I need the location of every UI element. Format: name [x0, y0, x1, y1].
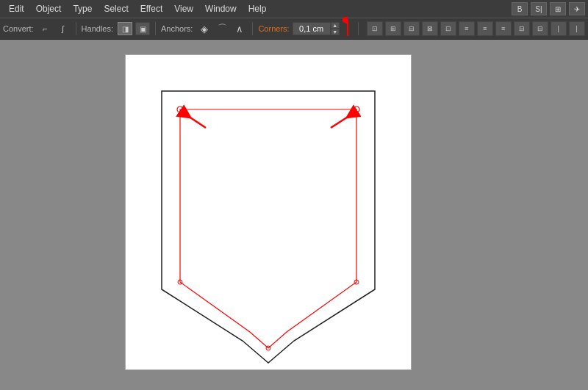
align-icon-8[interactable]: ≡	[495, 21, 512, 36]
handles-hide-btn[interactable]: ▣	[135, 22, 150, 35]
menu-object[interactable]: Object	[30, 2, 68, 15]
annotation-up-arrow	[343, 17, 353, 37]
menu-bar: Edit Object Type Select Effect View Wind…	[0, 0, 588, 18]
divider-4	[358, 22, 359, 35]
align-icon-10[interactable]: ⊟	[532, 21, 548, 36]
anchors-label: Anchors:	[161, 24, 193, 33]
handles-label: Handles:	[82, 24, 113, 33]
bridge-btn[interactable]: B	[512, 2, 528, 15]
divider-2	[155, 22, 156, 35]
svg-line-6	[186, 115, 206, 128]
menu-window[interactable]: Window	[199, 2, 243, 15]
align-icon-11[interactable]: |	[551, 21, 567, 36]
anchors-connect-icon[interactable]: ⌒	[215, 21, 229, 36]
menu-type[interactable]: Type	[67, 2, 98, 15]
align-icon-12[interactable]: |	[569, 21, 585, 36]
align-icons: ⊡ ⊞ ⊟ ⊠ ⊡ ≡ ≡ ≡ ⊟ ⊟ | |	[367, 21, 585, 36]
tool-options-bar: Convert: ⌐ ∫ Handles: ◨ ▣ Anchors: ◈ ⌒ ∧…	[0, 18, 588, 40]
divider-1	[76, 22, 76, 35]
align-icon-4[interactable]: ⊠	[422, 21, 438, 36]
anchors-icon[interactable]: ◈	[197, 21, 212, 36]
corners-input[interactable]	[293, 22, 331, 35]
menu-bar-right: B S| ⊞ ✈	[512, 2, 585, 15]
corners-spinner: ▲ ▼	[331, 22, 340, 35]
menu-select[interactable]: Select	[98, 2, 134, 15]
align-icon-6[interactable]: ≡	[459, 21, 475, 36]
divider-3	[252, 22, 253, 35]
workspace-btn[interactable]: ⊞	[550, 2, 566, 15]
align-icon-5[interactable]: ⊡	[440, 21, 456, 36]
align-icon-3[interactable]: ⊟	[404, 21, 420, 36]
align-icon-9[interactable]: ⊟	[514, 21, 530, 36]
menu-help[interactable]: Help	[243, 2, 273, 15]
convert-label: Convert:	[3, 24, 34, 33]
anchors-remove-icon[interactable]: ∧	[232, 21, 247, 36]
menu-view[interactable]: View	[168, 2, 199, 15]
handles-show-btn[interactable]: ◨	[118, 22, 132, 35]
align-icon-1[interactable]: ⊡	[367, 21, 383, 36]
share-btn[interactable]: ✈	[569, 2, 585, 15]
convert-anchor-icon[interactable]: ⌐	[38, 21, 53, 36]
align-icon-7[interactable]: ≡	[477, 21, 493, 36]
stock-btn[interactable]: S|	[531, 2, 547, 15]
canvas-area	[0, 40, 588, 390]
corners-decrement[interactable]: ▼	[331, 29, 340, 35]
convert-smooth-icon[interactable]: ∫	[56, 21, 71, 36]
align-icon-2[interactable]: ⊞	[385, 21, 401, 36]
menu-edit[interactable]: Edit	[3, 2, 30, 15]
svg-line-7	[331, 115, 351, 128]
corners-label: Corners:	[258, 24, 289, 33]
corners-increment[interactable]: ▲	[331, 22, 340, 29]
menu-effect[interactable]: Effect	[135, 2, 168, 15]
shape-svg	[125, 54, 412, 370]
